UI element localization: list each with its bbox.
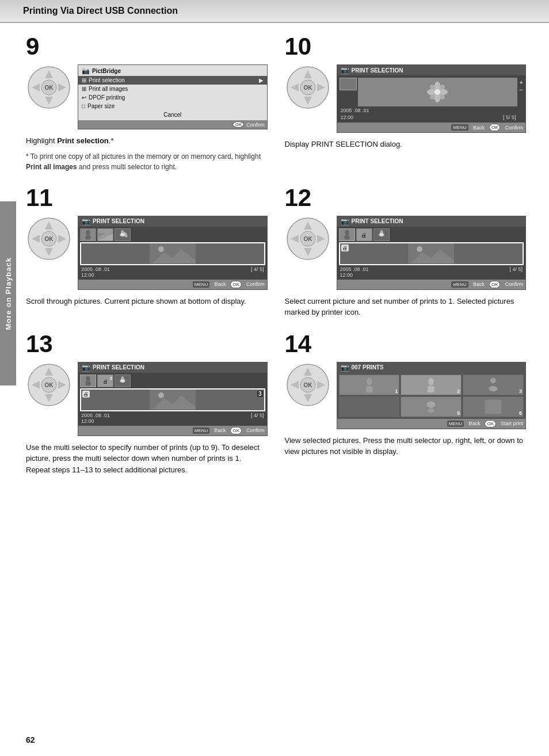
step-14-controller: OK <box>285 362 331 408</box>
svg-point-97 <box>427 401 436 407</box>
svg-rect-92 <box>428 385 434 392</box>
step-9-controller: OK <box>26 64 72 110</box>
svg-rect-100 <box>485 399 501 414</box>
svg-text:OK: OK <box>45 236 54 242</box>
page-number: 62 <box>26 735 35 744</box>
step-10-text: Display PRINT SELECTION dialog. <box>285 139 527 150</box>
menu-print-all: ⊞ Print all images <box>78 85 267 93</box>
svg-point-76 <box>121 379 124 383</box>
side-tab-label: More on Playback <box>4 257 13 330</box>
step-12-controller: OK <box>285 216 331 262</box>
menu-cancel: Cancel <box>78 110 267 119</box>
step-13-content: OK 📷 PRINT SELECTION <box>26 362 268 436</box>
svg-point-88 <box>367 377 372 385</box>
svg-point-32 <box>86 230 90 235</box>
step-11-screen: 📷 PRINT SELECTION <box>78 216 268 290</box>
svg-text:OK: OK <box>303 382 312 388</box>
step-11-number: 11 <box>26 186 268 210</box>
step-13-number: 13 <box>26 332 268 356</box>
step-9-screen: 📷 PictBridge ⊞ Print selection ▶ ⊞ Print… <box>78 64 268 129</box>
step-14-number: 14 <box>285 332 527 356</box>
step-12-content: OK 📷 PRINT SELECTION <box>285 216 527 290</box>
svg-rect-53 <box>344 235 349 239</box>
pictbridge-title: 📷 PictBridge <box>78 66 267 76</box>
svg-point-58 <box>380 233 383 236</box>
step-9-number: 9 <box>26 35 268 59</box>
svg-text:OK: OK <box>303 85 312 91</box>
step-9-note: * To print one copy of all pictures in t… <box>26 151 268 172</box>
step-9-block: 9 OK <box>26 35 268 172</box>
menu-dpof: ↩ DPOF printing <box>78 93 267 102</box>
step-13-controller: OK <box>26 362 72 408</box>
step-9-content: OK 📷 PictBridge ⊞ Print selection ▶ <box>26 64 268 129</box>
step-10-footer: MENU Back OK Confirm <box>337 123 526 132</box>
svg-point-61 <box>417 246 422 252</box>
step-14-screen: 📷 007 PRINTS 1 <box>337 362 527 429</box>
page-header: Printing Via Direct USB Connection <box>0 0 549 23</box>
step-11-text: Scroll through pictures. Current picture… <box>26 296 268 307</box>
step-10-controller: OK <box>285 64 331 110</box>
svg-text:🖨: 🖨 <box>103 379 108 384</box>
step-12-screen: 📷 PRINT SELECTION <box>337 216 527 290</box>
step-13-block: 13 OK 📷 PRINT SELE <box>26 332 268 476</box>
step-12-text: Select current picture and set number of… <box>285 296 527 318</box>
step-11-block: 11 OK 📷 PRINT SELE <box>26 186 268 318</box>
svg-rect-89 <box>366 385 372 392</box>
svg-point-79 <box>158 392 164 398</box>
page-title: Printing Via Direct USB Connection <box>23 6 526 16</box>
step-11-controller: OK <box>26 216 72 262</box>
svg-rect-71 <box>85 381 90 385</box>
step-13-text: Use the multi selector to specify number… <box>26 442 268 476</box>
svg-text:🖨: 🖨 <box>361 232 367 238</box>
step-14-content: OK 📷 007 PRINTS <box>285 362 527 429</box>
step-9-text: Highlight Print selection.* <box>26 135 268 147</box>
step-13-screen: 📷 PRINT SELECTION <box>78 362 268 436</box>
step-14-text: View selected pictures. Press the multi … <box>285 435 527 457</box>
svg-point-98 <box>428 408 434 413</box>
svg-point-94 <box>490 377 495 383</box>
step-14-block: 14 OK 📷 007 PRINTS <box>285 332 527 476</box>
step-12-number: 12 <box>285 186 527 210</box>
step-10-screen-header: 📷 PRINT SELECTION <box>337 65 526 75</box>
svg-point-52 <box>345 230 349 235</box>
side-tab: More on Playback <box>0 201 16 385</box>
svg-point-23 <box>434 89 440 95</box>
step-10-block: 10 OK 📷 PRINT SELE <box>285 35 527 172</box>
step-10-content: OK 📷 PRINT SELECTION <box>285 64 527 133</box>
svg-point-95 <box>489 385 498 391</box>
step-10-screen: 📷 PRINT SELECTION <box>337 64 527 133</box>
svg-text:OK: OK <box>45 382 54 388</box>
svg-text:OK: OK <box>303 236 312 242</box>
step-11-content: OK 📷 PRINT SELECTION <box>26 216 268 290</box>
svg-rect-33 <box>85 235 90 239</box>
step-10-number: 10 <box>285 35 527 59</box>
step-9-footer: OK Confirm <box>78 120 267 129</box>
svg-text:OK: OK <box>45 85 54 91</box>
svg-point-40 <box>121 233 124 236</box>
step-12-block: 12 OK 📷 PRINT SELE <box>285 186 527 318</box>
menu-paper-size: □ Paper size <box>78 102 267 110</box>
svg-point-43 <box>158 246 164 252</box>
menu-print-selection: ⊞ Print selection ▶ <box>78 76 267 85</box>
svg-point-70 <box>86 376 90 381</box>
svg-point-91 <box>429 377 434 385</box>
